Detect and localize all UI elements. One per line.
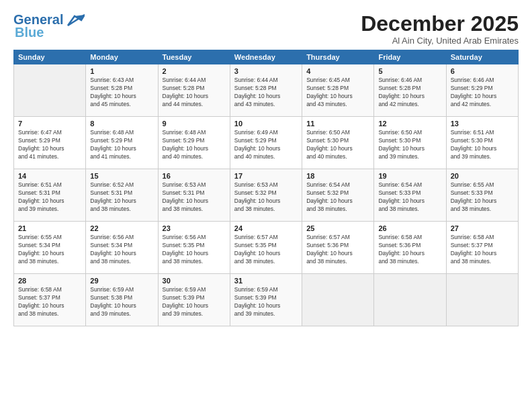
calendar-week-3: 14Sunrise: 6:51 AM Sunset: 5:31 PM Dayli…	[14, 169, 519, 222]
day-number: 26	[378, 224, 441, 232]
calendar-cell: 21Sunrise: 6:55 AM Sunset: 5:34 PM Dayli…	[14, 222, 86, 274]
day-info: Sunrise: 6:58 AM Sunset: 5:37 PM Dayligh…	[451, 234, 514, 266]
title-block: December 2025 Al Ain City, United Arab E…	[361, 12, 519, 46]
calendar-cell: 10Sunrise: 6:49 AM Sunset: 5:29 PM Dayli…	[230, 117, 302, 169]
day-number: 11	[306, 120, 369, 128]
day-number: 12	[378, 120, 441, 128]
calendar-cell	[14, 64, 86, 117]
calendar-cell: 13Sunrise: 6:51 AM Sunset: 5:30 PM Dayli…	[446, 117, 518, 169]
day-number: 25	[306, 224, 369, 232]
day-number: 14	[18, 172, 81, 180]
header-saturday: Saturday	[446, 50, 518, 64]
month-title: December 2025	[361, 12, 519, 36]
calendar-cell: 5Sunrise: 6:46 AM Sunset: 5:28 PM Daylig…	[374, 64, 446, 117]
day-info: Sunrise: 6:58 AM Sunset: 5:36 PM Dayligh…	[378, 234, 441, 266]
day-number: 15	[90, 172, 153, 180]
day-number: 8	[90, 120, 153, 128]
calendar-cell: 17Sunrise: 6:53 AM Sunset: 5:32 PM Dayli…	[230, 169, 302, 222]
day-number: 4	[306, 67, 369, 75]
day-info: Sunrise: 6:57 AM Sunset: 5:35 PM Dayligh…	[234, 234, 298, 266]
day-info: Sunrise: 6:58 AM Sunset: 5:37 PM Dayligh…	[18, 286, 81, 318]
calendar-cell: 29Sunrise: 6:59 AM Sunset: 5:38 PM Dayli…	[86, 274, 158, 326]
day-info: Sunrise: 6:45 AM Sunset: 5:28 PM Dayligh…	[306, 77, 369, 109]
calendar-cell	[302, 274, 374, 326]
calendar-cell: 16Sunrise: 6:53 AM Sunset: 5:31 PM Dayli…	[158, 169, 230, 222]
day-number: 10	[234, 120, 298, 128]
calendar-week-4: 21Sunrise: 6:55 AM Sunset: 5:34 PM Dayli…	[14, 222, 519, 274]
calendar-cell: 28Sunrise: 6:58 AM Sunset: 5:37 PM Dayli…	[14, 274, 86, 326]
day-info: Sunrise: 6:44 AM Sunset: 5:28 PM Dayligh…	[234, 77, 298, 109]
weekday-header-row: Sunday Monday Tuesday Wednesday Thursday…	[14, 50, 519, 64]
day-number: 6	[451, 67, 514, 75]
header-thursday: Thursday	[302, 50, 374, 64]
day-info: Sunrise: 6:48 AM Sunset: 5:29 PM Dayligh…	[90, 129, 153, 161]
calendar-cell: 27Sunrise: 6:58 AM Sunset: 5:37 PM Dayli…	[446, 222, 518, 274]
calendar-cell: 20Sunrise: 6:55 AM Sunset: 5:33 PM Dayli…	[446, 169, 518, 222]
day-info: Sunrise: 6:59 AM Sunset: 5:38 PM Dayligh…	[90, 286, 153, 318]
calendar-cell: 30Sunrise: 6:59 AM Sunset: 5:39 PM Dayli…	[158, 274, 230, 326]
logo-blue: Blue	[15, 25, 44, 40]
day-info: Sunrise: 6:51 AM Sunset: 5:30 PM Dayligh…	[451, 129, 514, 161]
calendar-table: Sunday Monday Tuesday Wednesday Thursday…	[13, 50, 519, 326]
day-number: 7	[18, 120, 81, 128]
day-number: 22	[90, 224, 153, 232]
calendar-cell: 14Sunrise: 6:51 AM Sunset: 5:31 PM Dayli…	[14, 169, 86, 222]
day-number: 3	[234, 67, 298, 75]
day-info: Sunrise: 6:59 AM Sunset: 5:39 PM Dayligh…	[234, 286, 298, 318]
day-info: Sunrise: 6:53 AM Sunset: 5:31 PM Dayligh…	[163, 181, 226, 214]
day-info: Sunrise: 6:52 AM Sunset: 5:31 PM Dayligh…	[90, 181, 153, 214]
day-info: Sunrise: 6:57 AM Sunset: 5:36 PM Dayligh…	[306, 234, 369, 266]
calendar-week-2: 7Sunrise: 6:47 AM Sunset: 5:29 PM Daylig…	[14, 117, 519, 169]
day-info: Sunrise: 6:53 AM Sunset: 5:32 PM Dayligh…	[234, 181, 298, 214]
day-number: 13	[451, 120, 514, 128]
header-monday: Monday	[86, 50, 158, 64]
calendar-week-5: 28Sunrise: 6:58 AM Sunset: 5:37 PM Dayli…	[14, 274, 519, 326]
calendar-cell	[446, 274, 518, 326]
day-number: 23	[163, 224, 226, 232]
calendar-cell: 23Sunrise: 6:56 AM Sunset: 5:35 PM Dayli…	[158, 222, 230, 274]
day-number: 17	[234, 172, 298, 180]
day-number: 29	[90, 277, 153, 285]
calendar-cell: 25Sunrise: 6:57 AM Sunset: 5:36 PM Dayli…	[302, 222, 374, 274]
day-info: Sunrise: 6:56 AM Sunset: 5:34 PM Dayligh…	[90, 234, 153, 266]
day-info: Sunrise: 6:54 AM Sunset: 5:33 PM Dayligh…	[378, 181, 441, 214]
header-wednesday: Wednesday	[230, 50, 302, 64]
header: General Blue December 2025 Al Ain City, …	[13, 12, 519, 46]
calendar-cell: 31Sunrise: 6:59 AM Sunset: 5:39 PM Dayli…	[230, 274, 302, 326]
day-info: Sunrise: 6:55 AM Sunset: 5:33 PM Dayligh…	[451, 181, 514, 214]
calendar-cell: 1Sunrise: 6:43 AM Sunset: 5:28 PM Daylig…	[86, 64, 158, 117]
day-number: 5	[378, 67, 441, 75]
day-info: Sunrise: 6:56 AM Sunset: 5:35 PM Dayligh…	[163, 234, 226, 266]
day-info: Sunrise: 6:55 AM Sunset: 5:34 PM Dayligh…	[18, 234, 81, 266]
calendar-cell: 8Sunrise: 6:48 AM Sunset: 5:29 PM Daylig…	[86, 117, 158, 169]
day-info: Sunrise: 6:46 AM Sunset: 5:28 PM Dayligh…	[378, 77, 441, 109]
day-info: Sunrise: 6:46 AM Sunset: 5:29 PM Dayligh…	[451, 77, 514, 109]
day-number: 20	[451, 172, 514, 180]
header-tuesday: Tuesday	[158, 50, 230, 64]
calendar-cell: 11Sunrise: 6:50 AM Sunset: 5:30 PM Dayli…	[302, 117, 374, 169]
day-number: 27	[451, 224, 514, 232]
calendar-cell: 9Sunrise: 6:48 AM Sunset: 5:29 PM Daylig…	[158, 117, 230, 169]
calendar-cell: 7Sunrise: 6:47 AM Sunset: 5:29 PM Daylig…	[14, 117, 86, 169]
day-info: Sunrise: 6:54 AM Sunset: 5:32 PM Dayligh…	[306, 181, 369, 214]
day-info: Sunrise: 6:51 AM Sunset: 5:31 PM Dayligh…	[18, 181, 81, 214]
day-number: 16	[163, 172, 226, 180]
day-info: Sunrise: 6:43 AM Sunset: 5:28 PM Dayligh…	[90, 77, 153, 109]
calendar-cell: 26Sunrise: 6:58 AM Sunset: 5:36 PM Dayli…	[374, 222, 446, 274]
day-number: 19	[378, 172, 441, 180]
logo-icon	[64, 13, 85, 27]
header-friday: Friday	[374, 50, 446, 64]
day-number: 21	[18, 224, 81, 232]
calendar-cell: 3Sunrise: 6:44 AM Sunset: 5:28 PM Daylig…	[230, 64, 302, 117]
calendar-week-1: 1Sunrise: 6:43 AM Sunset: 5:28 PM Daylig…	[14, 64, 519, 117]
day-number: 9	[163, 120, 226, 128]
day-number: 24	[234, 224, 298, 232]
calendar-cell: 6Sunrise: 6:46 AM Sunset: 5:29 PM Daylig…	[446, 64, 518, 117]
day-number: 28	[18, 277, 81, 285]
calendar-cell: 18Sunrise: 6:54 AM Sunset: 5:32 PM Dayli…	[302, 169, 374, 222]
day-info: Sunrise: 6:44 AM Sunset: 5:28 PM Dayligh…	[163, 77, 226, 109]
calendar-cell: 22Sunrise: 6:56 AM Sunset: 5:34 PM Dayli…	[86, 222, 158, 274]
calendar-cell: 15Sunrise: 6:52 AM Sunset: 5:31 PM Dayli…	[86, 169, 158, 222]
day-number: 31	[234, 277, 298, 285]
location: Al Ain City, United Arab Emirates	[361, 36, 519, 46]
